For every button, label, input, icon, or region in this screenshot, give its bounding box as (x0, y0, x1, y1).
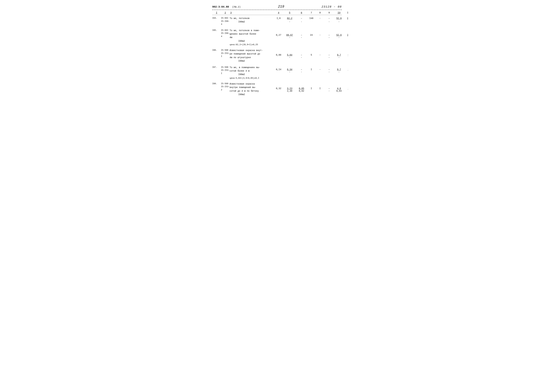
entry-186-col11: 9- (344, 49, 348, 59)
entry-184: I84. I5-66II5-I68-4 То же, потолков I00м… (212, 17, 342, 26)
entry-185-col8: - (316, 29, 324, 36)
col-header-1: I (212, 12, 221, 14)
entry-184-desc: То же, потолков I00м2 (230, 17, 274, 24)
entry-188-col4: 0,32 (274, 82, 283, 90)
col-header-4: 4 (274, 12, 283, 14)
entry-186-col4: 0,88- (274, 49, 283, 59)
entry-187-col4: 0,I4- (274, 66, 283, 73)
entry-185-col4: 0,27- (274, 29, 283, 39)
entry-186-col10: 9,7- (334, 49, 344, 59)
entry-186-col9: –- (324, 49, 334, 59)
entry-184-col10: 5I,6- (334, 17, 344, 24)
entry-185-col7: 24 (307, 29, 316, 36)
entry-186-desc: Известковая окраска внут- ри помещений в… (230, 49, 274, 63)
entry-188-col8: I (316, 82, 324, 90)
entry-186-col5: 5,84- (283, 49, 296, 59)
col-header-11: II (344, 12, 348, 14)
entry-187-col5: 6,34- (283, 66, 296, 73)
entry-185-col6: –- (296, 29, 307, 39)
col-header-7: 7 (307, 12, 316, 14)
entry-184-col4: I,8- (274, 17, 283, 24)
entry-188-col9: –- (324, 82, 334, 92)
entry-184-id: I84. (212, 17, 221, 20)
entry-185-ref: I5-66II5-I68-4 (221, 29, 230, 38)
entry-187-col11: I- (344, 66, 348, 73)
entry-185-desc: То же, потолков в поме- щениях высотой б… (230, 29, 274, 43)
entry-187-col6: –- (296, 66, 307, 73)
entry-187-id: I87. (212, 66, 221, 69)
col-header-5: 5 (283, 12, 296, 14)
right-code: 23128 - 08 (322, 5, 342, 8)
doc-code: 902-3-84.88 (212, 6, 229, 8)
entry-187-price-note: цена:5,84+(4,9+0,05)х0,I (212, 77, 342, 79)
col-header-6: 6 (296, 12, 307, 14)
entry-188-col11: I- (344, 82, 348, 92)
entry-187: I87. I5-508I5-I53-I То же, в помещениях … (212, 66, 342, 79)
entry-184-col7: I48- (307, 17, 316, 24)
entry-185-col9: –- (324, 29, 334, 39)
page-header: 902-3-84.88 (УШ.2) 219 23128 - 08 (212, 5, 342, 9)
entry-184-col5: 82,2- (283, 17, 296, 24)
col-header-3: 3 (230, 12, 274, 14)
col-header-8: 8 (316, 12, 324, 14)
entry-185-col10: 5I,6- (334, 29, 344, 39)
col-header-10: IO (334, 12, 344, 14)
entry-186-col6: –- (296, 49, 307, 59)
entry-186-col7: 5 (307, 49, 316, 56)
entry-186-ref: I5-508I5-I53-I (221, 49, 230, 58)
entry-188-col5: 3,I32,40 (283, 82, 296, 92)
entry-187-desc: То же, в помещениях вы- сотой более 4 м … (230, 66, 274, 76)
entry-185-id: I85. (212, 29, 221, 32)
entry-187-col10: 9,7- (334, 66, 344, 73)
entry-186-id: I86. (212, 49, 221, 52)
col-header-9: 9 (324, 12, 334, 14)
entry-188-desc: Известковая окраска внутри помещений вы-… (230, 82, 274, 96)
column-headers: I 2 3 4 5 6 7 8 9 IO II (212, 12, 342, 15)
entry-185-col5: 89,67- (283, 29, 296, 39)
entry-187-col7: I (307, 66, 316, 71)
entry-185-col11: I4- (344, 29, 348, 39)
header-divider (212, 10, 342, 10)
entry-184-ref: I5-66II5-I68-4 (221, 17, 230, 26)
entry-185: I85. I5-66II5-I68-4 То же, потолков в по… (212, 29, 342, 46)
entry-188: I88. I5-509I5-I53-2 Известковая окраска … (212, 82, 342, 96)
entry-184-col11: 93- (344, 17, 348, 24)
entry-186-col8: - (316, 49, 324, 56)
entry-186: I86. I5-508I5-I53-I Известковая окраска … (212, 49, 342, 63)
entry-187-ref: I5-508I5-I53-I (221, 66, 230, 75)
page-number: 219 (278, 5, 284, 9)
entry-188-col6: 0,050,02 (296, 82, 307, 92)
entry-188-id: I88. (212, 82, 221, 85)
entry-185-price-note: цена:82,2+(28,9+I)х0,25 (212, 43, 342, 46)
entry-187-col8: - (316, 66, 324, 71)
entry-187-col9: –- (324, 66, 334, 73)
col-header-2: 2 (221, 12, 230, 14)
doc-sub: (УШ.2) (232, 6, 241, 8)
entry-188-col10: 4,60,03 (334, 82, 344, 92)
entry-188-col7: I (307, 82, 316, 90)
entry-188-ref: I5-509I5-I53-2 (221, 82, 230, 91)
entry-184-col9: –- (324, 17, 334, 24)
entry-184-col6: –- (296, 17, 307, 24)
entry-184-col8: -- (316, 17, 324, 24)
